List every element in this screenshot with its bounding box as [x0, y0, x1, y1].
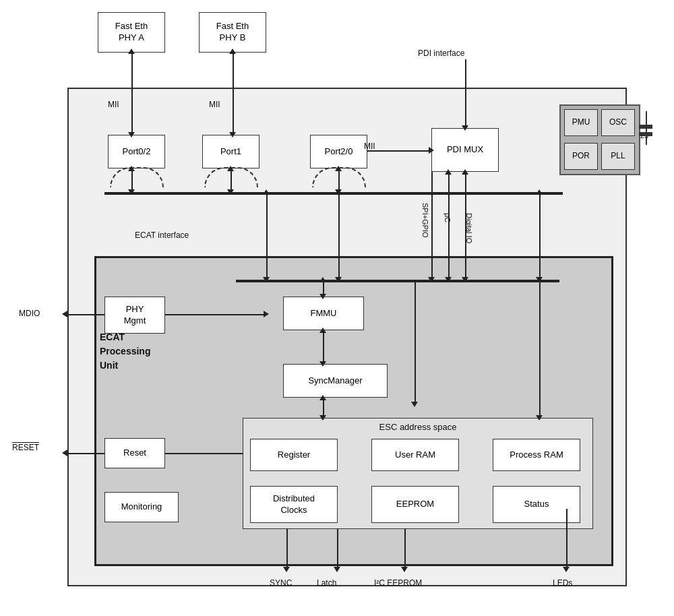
leds-label: LEDs	[553, 578, 572, 588]
dist-clocks-down-arrow	[283, 567, 290, 572]
reset-block: Reset	[104, 438, 165, 468]
register-block: Register	[250, 439, 338, 471]
bus-esc-right-line	[539, 280, 541, 418]
mdio-arrow	[62, 311, 67, 317]
fmmu-sync-line	[323, 330, 324, 364]
fmmu-label: FMMU	[311, 308, 337, 319]
bus-to-inner-line4	[539, 192, 541, 280]
por-block: POR	[564, 143, 598, 170]
mii-b-label: MII	[209, 100, 220, 109]
leds-down-arrow	[563, 567, 570, 572]
port1-to-phy-b-arrow	[229, 49, 236, 54]
mii-a-label: MII	[108, 100, 119, 109]
latch-label: Latch	[317, 578, 336, 588]
port1-label: Port1	[220, 146, 241, 158]
digital-io-label: Digital IO	[465, 213, 473, 243]
uc-v-line	[448, 172, 450, 280]
inner-to-bus-arrow1	[263, 189, 270, 195]
port0-2-label: Port0/2	[123, 146, 151, 158]
phy-mgmt-label: PHYMgmt	[124, 304, 146, 327]
ecat-interface-label: ECAT interface	[135, 230, 189, 240]
uc-v-arrow-up	[445, 169, 452, 175]
block-diagram: { "title": "EtherCAT Slave Controller Bl…	[0, 0, 674, 616]
i2c-eeprom-down-line	[404, 529, 406, 569]
main-hbus	[104, 192, 563, 195]
i2c-eeprom-down-arrow	[401, 567, 408, 572]
uc-v-arrow-down	[445, 277, 452, 282]
esc-address-space-title: ESC address space	[243, 422, 592, 432]
pdi-interface-line	[465, 59, 466, 128]
phy-b-to-port1-line	[233, 53, 234, 135]
eeprom-block: EEPROM	[371, 486, 459, 523]
bus-fmmu-right-line	[415, 280, 416, 404]
process-ram-block: Process RAM	[493, 439, 580, 471]
port1-down-line	[231, 168, 232, 192]
fast-eth-phy-a-block: Fast EthPHY A	[98, 12, 165, 53]
inner-to-bus-arrow3	[462, 169, 468, 175]
esc-sync-arrow	[319, 395, 326, 400]
sync-esc-arrow	[319, 415, 326, 421]
distributed-clocks-block: DistributedClocks	[250, 486, 338, 523]
pdi-mux-label: PDI MUX	[447, 144, 483, 156]
pll-block: PLL	[601, 143, 635, 170]
crystal-cap2	[639, 132, 652, 136]
port1-down-arrow	[227, 189, 234, 195]
fmmu-up-arrow	[319, 277, 326, 282]
port2-pdi-line	[367, 150, 431, 152]
port2-0-label: Port2/0	[325, 146, 353, 158]
bus-fmmu-right-arrow	[411, 402, 418, 407]
leds-down-line	[566, 529, 568, 569]
reset-label-text: Reset	[123, 448, 146, 459]
fast-eth-phy-b-block: Fast EthPHY B	[199, 12, 266, 53]
port1-up-arrow2	[227, 166, 234, 171]
pdi-interface-arrow	[462, 125, 468, 131]
fmmu-sync-arrow	[319, 361, 326, 367]
port0-down-arrow	[128, 189, 135, 195]
mii-c-label: MII	[364, 142, 375, 151]
sync-manager-label: SyncManager	[308, 375, 362, 387]
port1-block: Port1	[202, 135, 259, 168]
reset-label-text: RESET	[12, 443, 39, 452]
status-down-line	[566, 509, 568, 529]
bus-to-inner-arrow3	[462, 277, 468, 282]
fmmu-block: FMMU	[283, 297, 364, 330]
port0-to-phy-a-arrow	[128, 49, 135, 54]
spi-gpio-v-line	[431, 172, 433, 280]
reset-arrow	[62, 450, 67, 456]
port0-down-line	[131, 168, 133, 192]
monitoring-label: Monitoring	[121, 501, 162, 513]
inner-to-bus-arrow4	[536, 189, 543, 195]
monitoring-block: Monitoring	[104, 492, 179, 522]
power-block: PMU OSC POR PLL	[559, 104, 640, 175]
port2-up-arrow2	[335, 166, 342, 171]
pmu-block: PMU	[564, 109, 598, 136]
pdi-interface-label: PDI interface	[418, 49, 464, 58]
dist-clocks-down-line	[286, 529, 288, 569]
phy-mgmt-block: PHYMgmt	[104, 297, 165, 334]
reset-line	[67, 453, 104, 454]
fast-eth-phy-a-label: Fast EthPHY A	[115, 21, 148, 44]
port2-pdi-arrow	[429, 147, 434, 154]
pmu-label: PMU	[572, 117, 590, 128]
esc-address-space-block: ESC address space Register User RAM Proc…	[243, 418, 593, 529]
eeprom-latch-down-line	[337, 529, 338, 569]
reset-right-line	[165, 453, 243, 454]
port0-up-arrow2	[128, 166, 135, 171]
crystal-cap1	[639, 125, 652, 129]
sync-label: SYNC	[270, 578, 292, 588]
port0-2-block: Port0/2	[108, 135, 165, 168]
bus-to-inner-line2	[338, 192, 340, 280]
sync-fmmu-arrow	[319, 328, 326, 333]
eeprom-latch-down-arrow	[334, 567, 340, 572]
bus-to-inner-line1	[266, 192, 268, 280]
phy-mgmt-right-arrow	[264, 311, 269, 317]
fmmu-down-arrow	[319, 294, 326, 299]
phy-mgmt-right-line	[165, 314, 266, 315]
mdio-label: MDIO	[19, 309, 40, 318]
ecat-hbus-top	[236, 280, 559, 282]
port2-0-block: Port2/0	[310, 135, 367, 168]
mdio-line	[67, 314, 104, 315]
ecat-processing-unit-label: ECATProcessingUnit	[100, 330, 174, 373]
fast-eth-phy-b-label: Fast EthPHY B	[216, 21, 249, 44]
inner-to-bus-arrow2	[335, 189, 342, 195]
